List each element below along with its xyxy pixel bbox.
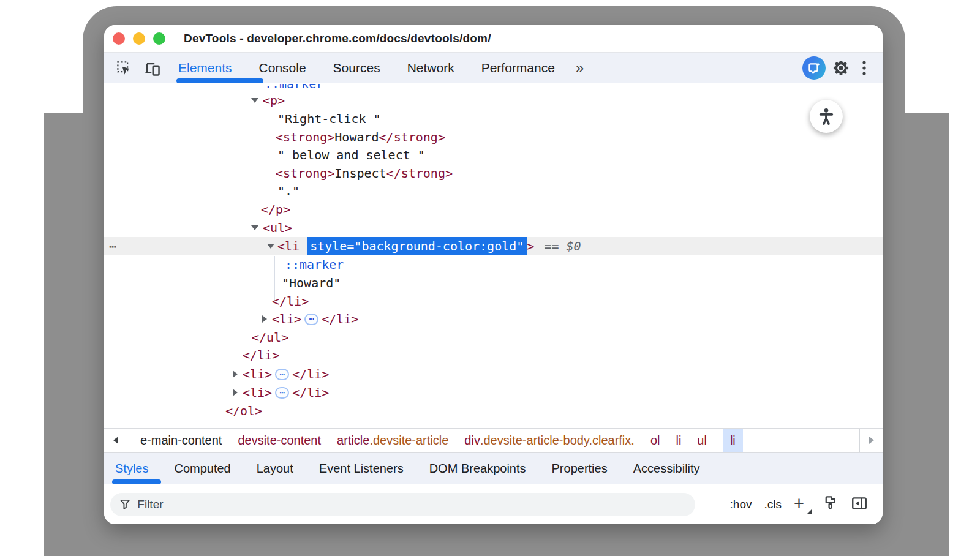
tab-styles[interactable]: Styles [115, 462, 148, 476]
collapse-arrow-icon[interactable] [251, 225, 258, 230]
toggle-class-button[interactable]: .cls [764, 498, 782, 511]
expand-children-pill[interactable]: ⋯ [304, 314, 318, 325]
chevron-left-icon [113, 437, 118, 444]
inspect-cursor-icon [116, 60, 132, 77]
toggle-device-toolbar-button[interactable] [142, 58, 162, 78]
panel-tab-strip: Elements Console Sources Network Perform… [178, 61, 555, 75]
tree-row-li-close[interactable]: </li> [104, 346, 883, 364]
crumb-main-content[interactable]: e-main-content [140, 429, 222, 452]
tab-dom-breakpoints[interactable]: DOM Breakpoints [429, 462, 526, 476]
device-toolbar-icon [143, 60, 161, 77]
tree-row-strong-inspect[interactable]: <strong>Inspect</strong> [104, 164, 883, 182]
collapse-arrow-icon[interactable] [251, 98, 258, 103]
new-style-rule-button[interactable]: + [794, 495, 810, 514]
toggle-hover-state-button[interactable]: :hov [730, 498, 752, 511]
maximize-window-button[interactable] [153, 32, 165, 45]
window-controls [113, 32, 165, 45]
accessibility-person-icon [816, 107, 836, 126]
tree-row-text[interactable]: "." [104, 182, 883, 200]
devtools-window: DevTools - developer.chrome.com/docs/dev… [104, 25, 883, 524]
tree-row-ul-close[interactable]: </ul> [104, 328, 883, 347]
tab-elements[interactable]: Elements [178, 61, 232, 75]
dock-panel-icon [851, 495, 868, 512]
plus-icon: + [794, 494, 804, 513]
crumb-article[interactable]: article.devsite-article [337, 429, 448, 452]
tree-row-text[interactable]: " below and select " [104, 146, 883, 164]
minimize-window-button[interactable] [133, 32, 145, 45]
collapse-arrow-icon[interactable] [267, 244, 274, 249]
tree-row-marker[interactable]: ::marker [104, 255, 883, 274]
expand-arrow-icon[interactable] [233, 389, 238, 396]
crumb-ul[interactable]: ul [697, 429, 707, 452]
breadcrumb: e-main-content devsite-content article.d… [127, 429, 743, 452]
crumb-ol[interactable]: ol [650, 429, 660, 452]
dom-tree-panel[interactable]: ::marker <p> "Right-click " <strong>Howa… [104, 84, 883, 428]
tab-layout[interactable]: Layout [257, 462, 293, 476]
tree-row-text[interactable]: "Howard" [104, 274, 883, 292]
dom-breadcrumb-bar: e-main-content devsite-content article.d… [104, 428, 883, 453]
illustration-stage: DevTools - developer.chrome.com/docs/dev… [0, 0, 980, 556]
expand-arrow-icon[interactable] [262, 315, 267, 323]
tree-row-collapsed-li[interactable]: <li>⋯</li> [104, 310, 883, 328]
breadcrumb-scroll-left-button[interactable] [104, 429, 127, 452]
expand-children-pill[interactable]: ⋯ [275, 369, 289, 380]
tab-sources[interactable]: Sources [333, 61, 380, 75]
toolbar-divider [168, 59, 168, 77]
node-more-actions[interactable]: ⋯ [109, 237, 117, 255]
tree-row-text[interactable]: "Right-click " [104, 110, 883, 128]
tree-row-ul-open[interactable]: <ul> [104, 219, 883, 237]
tree-row-p-close[interactable]: </p> [104, 200, 883, 219]
sidebar-tab-strip: Styles Computed Layout Event Listeners D… [104, 453, 883, 484]
tab-computed[interactable]: Computed [174, 462, 230, 476]
tab-network[interactable]: Network [407, 61, 454, 75]
tree-row-collapsed-li[interactable]: <li>⋯</li> [104, 383, 883, 402]
crumb-li-selected[interactable]: li [723, 429, 743, 452]
rendering-emulation-button[interactable] [822, 495, 839, 514]
toggle-sidebar-button[interactable] [851, 495, 868, 514]
crumb-devsite-content[interactable]: devsite-content [238, 429, 321, 452]
tree-row-collapsed-li[interactable]: <li>⋯</li> [104, 365, 883, 383]
breadcrumb-scroll-right-button[interactable] [859, 429, 883, 452]
toolbar-right-divider [793, 59, 793, 77]
filter-funnel-icon [119, 498, 131, 511]
dollar-zero-badge: $0 [566, 239, 581, 254]
dropdown-corner-icon [807, 509, 812, 514]
filter-input[interactable] [137, 498, 687, 511]
tab-performance[interactable]: Performance [481, 61, 555, 75]
filter-bar-controls: :hov .cls + [730, 495, 868, 514]
main-menu-button[interactable] [854, 58, 874, 78]
styles-filter-field[interactable] [110, 493, 695, 516]
tab-console[interactable]: Console [259, 61, 306, 75]
chevron-right-icon [869, 437, 874, 444]
ai-assistance-button[interactable] [801, 58, 827, 78]
styles-tab-active-underline [112, 479, 161, 484]
crumb-div-article-body[interactable]: div.devsite-article-body.clearfix. [464, 429, 635, 452]
tab-properties[interactable]: Properties [552, 462, 608, 476]
settings-button[interactable] [831, 58, 851, 78]
paint-brush-icon [822, 495, 839, 511]
tab-accessibility[interactable]: Accessibility [633, 462, 700, 476]
tree-row-li-close[interactable]: </li> [104, 292, 883, 310]
expand-arrow-icon[interactable] [233, 370, 238, 378]
close-window-button[interactable] [113, 32, 125, 45]
inspect-element-button[interactable] [114, 58, 134, 78]
kebab-menu-icon [862, 59, 867, 77]
tab-event-listeners[interactable]: Event Listeners [319, 462, 404, 476]
styles-filter-bar: :hov .cls + [104, 484, 883, 524]
tree-row-strong-howard[interactable]: <strong>Howard</strong> [104, 128, 883, 146]
tree-row-ol-close[interactable]: </ol> [104, 402, 883, 420]
more-tabs-chevron[interactable]: » [576, 59, 584, 77]
page-accessibility-button[interactable] [810, 100, 843, 133]
window-title: DevTools - developer.chrome.com/docs/dev… [184, 32, 491, 45]
tree-row-p-open[interactable]: <p> [104, 91, 883, 110]
gear-icon [832, 59, 850, 77]
crumb-li[interactable]: li [676, 429, 681, 452]
toolbar-right-group [786, 53, 883, 83]
elements-tab-active-underline [176, 78, 263, 83]
tree-row-selected-li[interactable]: ⋯ <listyle="background-color:gold">==$0 [104, 237, 883, 255]
expand-children-pill[interactable]: ⋯ [275, 387, 289, 399]
ai-assistance-icon [802, 56, 826, 80]
attribute-edit-selection[interactable]: style="background-color:gold" [307, 237, 527, 255]
title-bar: DevTools - developer.chrome.com/docs/dev… [104, 25, 883, 53]
